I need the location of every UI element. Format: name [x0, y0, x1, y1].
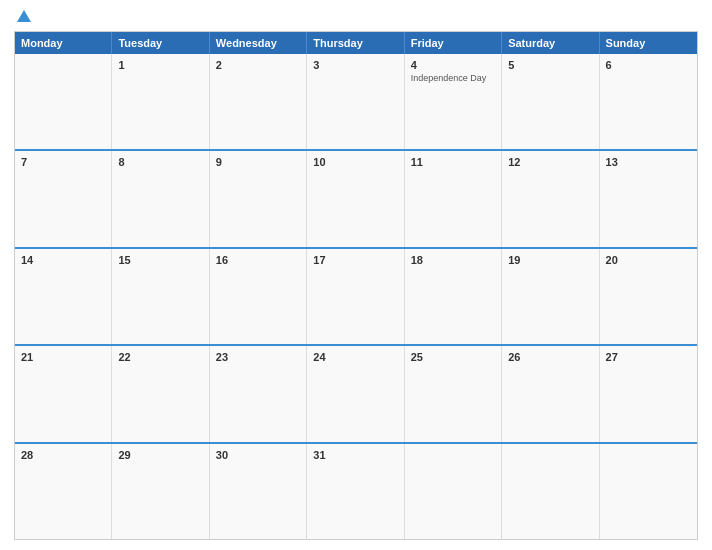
calendar-cell: 2 [210, 54, 307, 149]
day-number: 29 [118, 449, 130, 461]
day-number: 13 [606, 156, 618, 168]
calendar-header-cell: Tuesday [112, 32, 209, 54]
day-number: 6 [606, 59, 612, 71]
calendar-cell: 8 [112, 151, 209, 246]
calendar-cell: 27 [600, 346, 697, 441]
calendar-cell [502, 444, 599, 539]
calendar-cell: 18 [405, 249, 502, 344]
calendar-cell: 5 [502, 54, 599, 149]
day-number: 4 [411, 59, 417, 71]
day-number: 22 [118, 351, 130, 363]
calendar-cell: 16 [210, 249, 307, 344]
calendar-header-cell: Saturday [502, 32, 599, 54]
calendar-cell: 25 [405, 346, 502, 441]
calendar-cell: 10 [307, 151, 404, 246]
day-number: 26 [508, 351, 520, 363]
calendar-week: 14151617181920 [15, 247, 697, 344]
day-number: 7 [21, 156, 27, 168]
day-number: 18 [411, 254, 423, 266]
calendar-header-cell: Sunday [600, 32, 697, 54]
calendar-header-row: MondayTuesdayWednesdayThursdayFridaySatu… [15, 32, 697, 54]
day-number: 17 [313, 254, 325, 266]
calendar: MondayTuesdayWednesdayThursdayFridaySatu… [14, 31, 698, 540]
calendar-cell [405, 444, 502, 539]
calendar-cell: 19 [502, 249, 599, 344]
day-number: 21 [21, 351, 33, 363]
weeks-container: 1234Independence Day56789101112131415161… [15, 54, 697, 539]
day-number: 31 [313, 449, 325, 461]
logo [14, 10, 31, 23]
day-number: 19 [508, 254, 520, 266]
calendar-cell: 21 [15, 346, 112, 441]
calendar-cell: 20 [600, 249, 697, 344]
day-number: 30 [216, 449, 228, 461]
calendar-cell: 12 [502, 151, 599, 246]
calendar-cell: 22 [112, 346, 209, 441]
calendar-cell: 15 [112, 249, 209, 344]
calendar-cell: 28 [15, 444, 112, 539]
event-label: Independence Day [411, 73, 487, 84]
day-number: 24 [313, 351, 325, 363]
calendar-cell: 14 [15, 249, 112, 344]
calendar-week: 78910111213 [15, 149, 697, 246]
calendar-cell: 3 [307, 54, 404, 149]
calendar-cell: 9 [210, 151, 307, 246]
calendar-cell: 23 [210, 346, 307, 441]
calendar-cell: 17 [307, 249, 404, 344]
calendar-cell: 29 [112, 444, 209, 539]
day-number: 3 [313, 59, 319, 71]
day-number: 12 [508, 156, 520, 168]
header [14, 10, 698, 23]
calendar-cell: 6 [600, 54, 697, 149]
day-number: 27 [606, 351, 618, 363]
calendar-cell: 4Independence Day [405, 54, 502, 149]
calendar-cell [15, 54, 112, 149]
day-number: 25 [411, 351, 423, 363]
day-number: 11 [411, 156, 423, 168]
calendar-header-cell: Thursday [307, 32, 404, 54]
day-number: 9 [216, 156, 222, 168]
calendar-week: 1234Independence Day56 [15, 54, 697, 149]
day-number: 20 [606, 254, 618, 266]
day-number: 23 [216, 351, 228, 363]
calendar-cell [600, 444, 697, 539]
day-number: 10 [313, 156, 325, 168]
calendar-week: 21222324252627 [15, 344, 697, 441]
calendar-header-cell: Monday [15, 32, 112, 54]
logo-triangle-icon [17, 10, 31, 22]
calendar-cell: 11 [405, 151, 502, 246]
page: MondayTuesdayWednesdayThursdayFridaySatu… [0, 0, 712, 550]
day-number: 8 [118, 156, 124, 168]
day-number: 15 [118, 254, 130, 266]
calendar-header-cell: Friday [405, 32, 502, 54]
calendar-header-cell: Wednesday [210, 32, 307, 54]
day-number: 14 [21, 254, 33, 266]
calendar-cell: 24 [307, 346, 404, 441]
calendar-cell: 7 [15, 151, 112, 246]
day-number: 1 [118, 59, 124, 71]
calendar-cell: 13 [600, 151, 697, 246]
calendar-week: 28293031 [15, 442, 697, 539]
day-number: 16 [216, 254, 228, 266]
calendar-cell: 30 [210, 444, 307, 539]
day-number: 5 [508, 59, 514, 71]
calendar-cell: 26 [502, 346, 599, 441]
day-number: 2 [216, 59, 222, 71]
day-number: 28 [21, 449, 33, 461]
calendar-cell: 1 [112, 54, 209, 149]
calendar-cell: 31 [307, 444, 404, 539]
